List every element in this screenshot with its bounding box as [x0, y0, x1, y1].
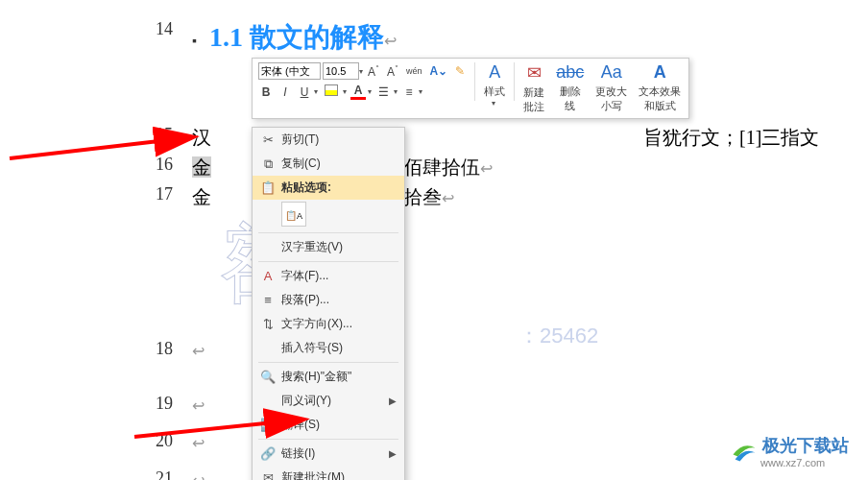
text-direction-icon: ⇅: [258, 317, 277, 331]
font-name-select[interactable]: [258, 62, 321, 80]
menu-cut[interactable]: ✂ 剪切(T): [253, 128, 404, 152]
chevron-down-icon[interactable]: ▾: [394, 87, 398, 96]
paragraph-mark-icon: ↩: [192, 343, 205, 359]
chevron-down-icon[interactable]: ▾: [368, 87, 372, 96]
line-18: 18 ↩: [0, 339, 868, 361]
menu-separator: [258, 261, 398, 262]
line-number: 21: [0, 468, 192, 480]
menu-hanzi-reselect[interactable]: 汉字重选(V): [253, 235, 404, 259]
line-number: 14: [0, 19, 192, 39]
strikethrough-label: 删除 线: [560, 84, 581, 113]
paragraph-mark-icon: ↩: [442, 190, 454, 206]
paste-icon: 📋: [258, 180, 277, 195]
increase-font-button[interactable]: A˄: [365, 63, 382, 80]
heading-number: 1.1: [209, 22, 243, 52]
menu-font[interactable]: A 字体(F)...: [253, 264, 404, 288]
logo-url: www.xz7.com: [760, 457, 849, 468]
paragraph-mark-icon: ↩: [192, 472, 205, 480]
chevron-down-icon[interactable]: ▾: [359, 67, 363, 76]
decrease-font-button[interactable]: A˅: [384, 63, 401, 80]
strikethrough-button[interactable]: abc 删除 线: [550, 60, 590, 116]
bold-button[interactable]: B: [258, 84, 274, 100]
bullets-button[interactable]: ☰: [375, 84, 392, 100]
paragraph-mark-icon: ↩: [384, 33, 397, 49]
comment-icon: ✉: [527, 62, 542, 84]
menu-copy[interactable]: ⧉ 复制(C): [253, 152, 404, 176]
menu-text-direction[interactable]: ⇅ 文字方向(X)...: [253, 312, 404, 336]
paste-option-keep-text[interactable]: 📋A: [281, 202, 306, 227]
bullet-icon: ▪: [192, 34, 197, 48]
chevron-down-icon[interactable]: ▾: [343, 87, 347, 96]
text-effects-button[interactable]: A 文本效果 和版式: [633, 60, 687, 116]
toolbar-divider: [474, 62, 475, 101]
scissors-icon: ✂: [258, 132, 277, 147]
new-comment-button[interactable]: ✉ 新建 批注: [518, 60, 550, 116]
svg-line-3: [134, 420, 302, 437]
format-painter-button[interactable]: ✎: [452, 63, 468, 79]
paragraph-icon: ≡: [258, 293, 277, 307]
clear-formatting-button[interactable]: A⌄: [427, 63, 451, 79]
search-icon: 🔍: [258, 370, 277, 384]
line-17: 17 金 陆拾叁↩: [0, 184, 868, 210]
line-content[interactable]: ↩: [192, 468, 205, 480]
heading-text: 散文的解释: [250, 22, 384, 52]
mini-toolbar: ▾ A˄ A˅ wén A⌄ ✎ B I U ▾ ▾ A ▾ ☰ ▾ ≡ ▾ A…: [252, 58, 689, 119]
link-icon: 🔗: [258, 446, 277, 461]
numbering-button[interactable]: ≡: [401, 84, 417, 100]
phonetic-guide-button[interactable]: wén: [403, 65, 425, 77]
menu-paragraph[interactable]: ≡ 段落(P)...: [253, 288, 404, 312]
line-21: 21 ↩: [0, 468, 868, 480]
comment-icon: ✉: [258, 470, 277, 480]
menu-separator: [258, 232, 398, 233]
styles-label: 样式: [484, 84, 505, 99]
underline-button[interactable]: U: [297, 84, 312, 100]
logo-swoosh-icon: [730, 438, 757, 465]
italic-button[interactable]: I: [277, 84, 293, 100]
chevron-down-icon[interactable]: ▾: [419, 87, 422, 96]
menu-separator: [258, 362, 398, 363]
highlight-button[interactable]: [322, 84, 341, 100]
text-fragment: 旨犹行文；[1]三指文: [643, 127, 819, 148]
annotation-arrow-2: [130, 389, 322, 446]
chevron-down-icon: ▾: [492, 99, 495, 108]
chevron-down-icon[interactable]: ▾: [314, 87, 318, 96]
copy-icon: ⧉: [258, 156, 277, 172]
menu-insert-symbol[interactable]: 插入符号(S): [253, 336, 404, 360]
styles-button[interactable]: A 样式 ▾: [478, 60, 511, 116]
styles-icon: A: [489, 62, 500, 83]
menu-search[interactable]: 🔍 搜索(H)"金额": [253, 365, 404, 389]
change-case-icon: Aa: [601, 62, 622, 83]
new-comment-label: 新建 批注: [523, 85, 544, 114]
chevron-right-icon: ▶: [389, 448, 397, 459]
line-number: 17: [0, 184, 192, 204]
annotation-arrow-1: [5, 91, 206, 168]
site-logo: 极光下载站 www.xz7.com: [730, 434, 849, 468]
chevron-right-icon: ▶: [389, 396, 397, 406]
text-effects-icon: A: [654, 62, 666, 83]
line-number: 18: [0, 339, 192, 359]
line-content[interactable]: ↩: [192, 339, 205, 361]
svg-line-1: [10, 137, 192, 158]
toolbar-divider: [514, 62, 515, 101]
change-case-button[interactable]: Aa 更改大 小写: [590, 60, 633, 116]
text-effects-label: 文本效果 和版式: [639, 84, 681, 113]
font-icon: A: [258, 269, 277, 283]
text-fragment: 金: [192, 186, 211, 207]
paragraph-mark-icon: ↩: [480, 160, 493, 177]
line-content[interactable]: ▪ 1.1 散文的解释↩: [192, 19, 397, 56]
logo-name: 极光下载站: [762, 434, 849, 457]
strikethrough-icon: abc: [556, 62, 584, 83]
change-case-label: 更改大 小写: [595, 84, 627, 113]
menu-new-comment[interactable]: ✉ 新建批注(M): [253, 466, 404, 480]
font-size-select[interactable]: [323, 62, 359, 80]
font-color-button[interactable]: A: [350, 84, 366, 100]
menu-paste-options[interactable]: 📋 粘贴选项:: [253, 176, 404, 200]
line-14: 14 ▪ 1.1 散文的解释↩: [0, 19, 868, 56]
